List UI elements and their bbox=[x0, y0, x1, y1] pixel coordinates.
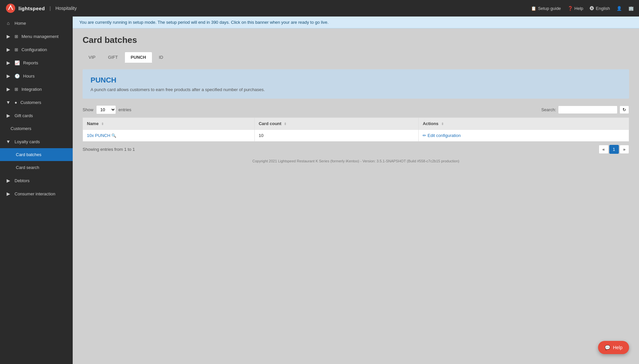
entries-select[interactable]: 10 25 50 100 bbox=[96, 105, 116, 114]
col-actions[interactable]: Actions ⇕ bbox=[419, 118, 629, 130]
card-count-sort-icon: ⇕ bbox=[284, 122, 286, 126]
setup-guide-button[interactable]: 📋 Setup guide bbox=[531, 6, 561, 11]
customers-arrow-icon: ▼ bbox=[5, 100, 11, 105]
pagination-row: Showing entries from 1 to 1 « 1 » bbox=[83, 145, 629, 154]
language-button[interactable]: 🅐 English bbox=[590, 6, 610, 11]
sidebar-item-integration[interactable]: ▶ ⊞ Integration bbox=[0, 83, 73, 96]
search-area: Search: ↻ bbox=[541, 106, 629, 114]
language-icon: 🅐 bbox=[590, 6, 594, 11]
footer-text: Copyright 2021 Lightspeed Restaurant K S… bbox=[252, 159, 460, 163]
location-button[interactable]: 🏢 bbox=[628, 6, 634, 11]
topnav-actions: 📋 Setup guide ❓ Help 🅐 English 👤 🏢 bbox=[531, 6, 634, 11]
sidebar-item-reports[interactable]: ▶ 📈 Reports bbox=[0, 56, 73, 69]
help-nav-icon: ❓ bbox=[568, 6, 573, 11]
sidebar-item-home[interactable]: ⌂ Home bbox=[0, 17, 73, 30]
sidebar-item-configuration-label: Configuration bbox=[21, 47, 47, 52]
consumer-interaction-arrow-icon: ▶ bbox=[5, 191, 11, 196]
tab-punch[interactable]: PUNCH bbox=[125, 52, 152, 63]
help-fab-icon: 💬 bbox=[605, 345, 610, 350]
col-card-count[interactable]: Card count ⇕ bbox=[254, 118, 418, 130]
page-title: Card batches bbox=[83, 35, 629, 45]
sidebar-item-gift-cards[interactable]: ▶ Gift cards bbox=[0, 109, 73, 122]
show-label: Show bbox=[83, 107, 94, 112]
current-page-button[interactable]: 1 bbox=[609, 145, 619, 154]
setup-guide-icon: 📋 bbox=[531, 6, 536, 11]
tab-id[interactable]: ID bbox=[153, 52, 169, 63]
main-content: You are currently running in setup mode.… bbox=[73, 17, 639, 364]
search-inline-icon: 🔍 bbox=[111, 133, 116, 138]
gift-cards-arrow-icon: ▶ bbox=[5, 113, 11, 118]
sidebar-item-configuration[interactable]: ▶ ⊞ Configuration bbox=[0, 43, 73, 56]
punch-description: A punch card allows customers to earn fr… bbox=[91, 87, 621, 92]
content-area: Card batches VIP GIFT PUNCH ID PUNCH A p… bbox=[73, 28, 639, 364]
showing-entries-text: Showing entries from 1 to 1 bbox=[83, 147, 135, 152]
table-controls: Show 10 25 50 100 entries Search: ↻ bbox=[83, 105, 629, 114]
edit-icon: ✏ bbox=[423, 133, 426, 138]
top-navigation: lightspeed | Hospitality 📋 Setup guide ❓… bbox=[0, 0, 639, 17]
show-entries-control: Show 10 25 50 100 entries bbox=[83, 105, 132, 114]
sidebar-item-card-search-label: Card search bbox=[16, 165, 39, 170]
sidebar-item-customers-sub[interactable]: Customers bbox=[0, 122, 73, 135]
card-batches-table: Name ⇕ Card count ⇕ Actions ⇕ 10x PUNCH bbox=[83, 117, 629, 142]
punch-title: PUNCH bbox=[91, 76, 621, 84]
prev-page-button[interactable]: « bbox=[599, 145, 608, 154]
tab-gift[interactable]: GIFT bbox=[102, 52, 124, 63]
entries-label: entries bbox=[119, 107, 132, 112]
setup-banner[interactable]: You are currently running in setup mode.… bbox=[73, 17, 639, 28]
cell-name: 10x PUNCH 🔍 bbox=[83, 130, 255, 142]
table-header-row: Name ⇕ Card count ⇕ Actions ⇕ bbox=[83, 118, 629, 130]
sidebar-item-loyalty-cards[interactable]: ▼ Loyalty cards bbox=[0, 135, 73, 148]
logo-divider: | bbox=[50, 6, 51, 11]
language-label: English bbox=[596, 6, 610, 11]
setup-banner-text: You are currently running in setup mode.… bbox=[79, 20, 328, 25]
reports-icon: 📈 bbox=[15, 60, 20, 65]
sidebar-item-reports-label: Reports bbox=[23, 60, 38, 65]
lightspeed-logo-icon bbox=[5, 3, 16, 14]
reports-arrow-icon: ▶ bbox=[5, 60, 11, 65]
col-name[interactable]: Name ⇕ bbox=[83, 118, 255, 130]
integration-arrow-icon: ▶ bbox=[5, 86, 11, 92]
help-fab-button[interactable]: 💬 Help bbox=[598, 341, 629, 354]
hours-icon: 🕐 bbox=[15, 74, 20, 79]
sidebar-item-loyalty-cards-label: Loyalty cards bbox=[15, 139, 40, 144]
sidebar-item-menu-management-label: Menu management bbox=[21, 34, 58, 39]
cell-actions: ✏ Edit configuration bbox=[419, 130, 629, 142]
sidebar-item-customers[interactable]: ▼ ● Customers bbox=[0, 96, 73, 109]
search-input[interactable] bbox=[558, 106, 618, 114]
pagination-buttons: « 1 » bbox=[599, 145, 629, 154]
menu-management-icon: ▶ bbox=[5, 34, 11, 39]
batch-name-link[interactable]: 10x PUNCH bbox=[87, 133, 110, 138]
sidebar-item-hours-label: Hours bbox=[23, 74, 35, 79]
logo[interactable]: lightspeed | Hospitality bbox=[5, 3, 77, 14]
sidebar-item-debtors[interactable]: ▶ Debtors bbox=[0, 174, 73, 187]
customers-icon: ● bbox=[15, 100, 17, 105]
sidebar-item-customers-sub-label: Customers bbox=[11, 126, 31, 131]
sidebar-item-card-batches-label: Card batches bbox=[16, 152, 41, 157]
sidebar-icon-grid: ⊞ bbox=[15, 34, 18, 39]
setup-guide-label: Setup guide bbox=[538, 6, 561, 11]
tab-bar: VIP GIFT PUNCH ID bbox=[83, 52, 629, 63]
loyalty-cards-arrow-icon: ▼ bbox=[5, 139, 11, 144]
refresh-button[interactable]: ↻ bbox=[620, 106, 629, 114]
sidebar-item-card-search[interactable]: Card search bbox=[0, 161, 73, 174]
page-footer: Copyright 2021 Lightspeed Restaurant K S… bbox=[83, 154, 629, 168]
help-nav-button[interactable]: ❓ Help bbox=[568, 6, 583, 11]
user-profile-button[interactable]: 👤 bbox=[617, 6, 622, 11]
sidebar-item-hours[interactable]: ▶ 🕐 Hours bbox=[0, 69, 73, 83]
config-arrow-icon: ▶ bbox=[5, 47, 11, 52]
sidebar-item-card-batches[interactable]: Card batches bbox=[0, 148, 73, 161]
sidebar-item-menu-management[interactable]: ▶ ⊞ Menu management bbox=[0, 30, 73, 43]
sidebar-item-consumer-interaction[interactable]: ▶ Consumer interaction bbox=[0, 187, 73, 200]
user-icon: 👤 bbox=[617, 6, 622, 11]
brand-name: lightspeed bbox=[19, 6, 45, 11]
sidebar-item-gift-cards-label: Gift cards bbox=[15, 113, 33, 118]
actions-sort-icon: ⇕ bbox=[441, 122, 444, 126]
edit-configuration-button[interactable]: ✏ Edit configuration bbox=[423, 133, 461, 138]
cell-card-count: 10 bbox=[254, 130, 418, 142]
tab-vip[interactable]: VIP bbox=[83, 52, 101, 63]
name-sort-icon: ⇕ bbox=[101, 122, 104, 126]
next-page-button[interactable]: » bbox=[620, 145, 629, 154]
location-icon: 🏢 bbox=[628, 6, 634, 11]
help-fab-label: Help bbox=[613, 345, 622, 350]
product-name: Hospitality bbox=[56, 6, 77, 11]
